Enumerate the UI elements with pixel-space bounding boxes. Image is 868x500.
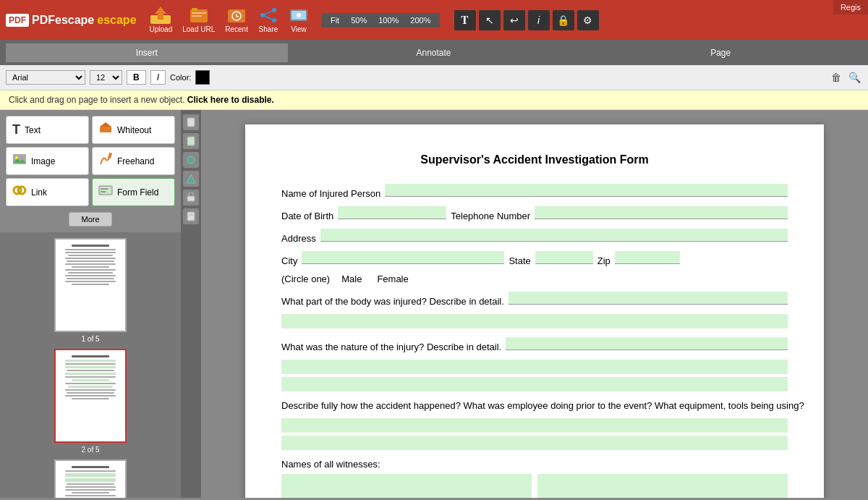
fit-button[interactable]: Fit <box>326 14 344 26</box>
right-toolbar: 𝐓 ↖ ↩ i 🔒 ⚙ <box>454 10 599 30</box>
zoom-100-button[interactable]: 100% <box>374 14 403 26</box>
tool-whiteout[interactable]: Whiteout <box>92 116 175 144</box>
recent-icon <box>226 7 247 24</box>
text-cursor-button[interactable]: 𝐓 <box>454 10 476 30</box>
logo-text: PDFescape <box>32 14 94 27</box>
tool-freehand[interactable]: Freehand <box>92 147 175 175</box>
search-properties-button[interactable]: 🔍 <box>847 70 862 85</box>
bold-button[interactable]: B <box>127 70 146 85</box>
top-bar: PDF PDFescape escape Upload Load URL Rec… <box>0 0 868 40</box>
field-address[interactable] <box>320 229 788 242</box>
svg-rect-4 <box>192 12 206 14</box>
notification-link[interactable]: Click here to disable. <box>187 95 274 105</box>
field-city[interactable] <box>302 251 504 264</box>
page-icon-4[interactable] <box>183 171 199 187</box>
notification-text: Click and drag on page to insert a new o… <box>9 95 184 105</box>
load-url-button[interactable]: Load URL <box>178 4 219 36</box>
tool-text[interactable]: T Text <box>6 116 89 144</box>
settings-button[interactable]: ⚙ <box>577 10 599 30</box>
label-female: Female <box>377 274 408 284</box>
label-circle-one: (Circle one) <box>281 274 330 284</box>
tab-annotate[interactable]: Annotate <box>293 43 576 62</box>
notification-bar: Click and drag on page to insert a new o… <box>0 90 868 110</box>
view-label: View <box>291 25 307 33</box>
right-icons-panel <box>181 110 201 498</box>
tab-page[interactable]: Page <box>579 43 862 62</box>
recent-button[interactable]: Recent <box>221 4 252 36</box>
field-telephone[interactable] <box>535 206 788 219</box>
label-dob: Date of Birth <box>281 211 333 221</box>
zoom-50-button[interactable]: 50% <box>346 14 371 26</box>
tool-formfield[interactable]: Form Field <box>92 178 175 206</box>
load-url-label: Load URL <box>182 25 215 33</box>
undo-button[interactable]: ↩ <box>503 10 525 30</box>
field-zip[interactable] <box>615 251 680 264</box>
page-icon-6[interactable] <box>183 208 199 224</box>
thumb-img-2 <box>54 349 127 443</box>
link-tool-label: Link <box>31 187 47 198</box>
label-male: Male <box>341 274 362 284</box>
field-dob[interactable] <box>338 206 446 219</box>
whiteout-tool-icon <box>98 121 113 139</box>
tool-image[interactable]: Image <box>6 147 89 175</box>
thumb-img-3 <box>54 459 127 498</box>
italic-button[interactable]: I <box>150 70 166 85</box>
thumbnail-3[interactable]: 3 of 5 <box>54 459 127 498</box>
page-icon-3[interactable] <box>183 152 199 168</box>
upload-button[interactable]: Upload <box>145 4 177 36</box>
delete-button[interactable]: 🗑 <box>830 70 843 85</box>
whiteout-tool-label: Whiteout <box>117 125 151 135</box>
color-label: Color: <box>170 73 191 82</box>
form-title: Supervisor's Accident Investigation Form <box>281 153 788 166</box>
freehand-tool-label: Freehand <box>117 156 154 166</box>
lock-button[interactable]: 🔒 <box>553 10 574 30</box>
witness-field-1[interactable] <box>281 474 532 498</box>
svg-point-17 <box>297 13 301 17</box>
field-nature-q-2[interactable] <box>281 360 788 374</box>
field-nature-q-3[interactable] <box>281 377 788 391</box>
left-panel: T Text Whiteout Image Freehand <box>0 110 181 498</box>
thumb-img-1 <box>54 238 127 332</box>
page-icon-5[interactable] <box>183 190 199 205</box>
file-toolbar: Upload Load URL Recent Share View <box>145 4 313 36</box>
font-size-select[interactable]: 12 <box>90 70 122 85</box>
field-how-q-2[interactable] <box>281 436 788 450</box>
more-button[interactable]: More <box>69 212 111 226</box>
field-body-q-1[interactable] <box>509 292 788 305</box>
form-section-how: Describe fully how the accident happened… <box>281 400 788 450</box>
load-url-icon <box>189 7 209 24</box>
field-body-q-2[interactable] <box>281 314 788 329</box>
pdf-area[interactable]: Supervisor's Accident Investigation Form… <box>201 110 868 498</box>
svg-rect-28 <box>187 118 195 127</box>
gear-icon: ⚙ <box>583 14 592 26</box>
color-swatch[interactable] <box>195 70 210 85</box>
form-section-nature: What was the nature of the injury? Descr… <box>281 337 788 391</box>
thumbnail-1[interactable]: 1 of 5 <box>54 238 127 343</box>
share-label: Share <box>259 25 278 33</box>
svg-point-30 <box>187 156 195 164</box>
font-select[interactable]: Arial <box>6 70 85 85</box>
witness-field-2[interactable] <box>537 474 788 498</box>
info-button[interactable]: i <box>528 10 550 30</box>
pointer-button[interactable]: ↖ <box>479 10 501 30</box>
tab-insert[interactable]: Insert <box>6 43 289 62</box>
form-row-city-state-zip: City State Zip <box>281 251 788 266</box>
page-icon-1[interactable] <box>183 114 199 130</box>
field-how-q-1[interactable] <box>281 418 788 433</box>
field-nature-q-1[interactable] <box>506 337 788 350</box>
form-row-nature-q: What was the nature of the injury? Descr… <box>281 337 788 352</box>
page-icon-2[interactable] <box>183 133 199 149</box>
field-name[interactable] <box>385 184 788 197</box>
field-state[interactable] <box>535 251 593 264</box>
tool-link[interactable]: Link <box>6 178 89 206</box>
zoom-200-button[interactable]: 200% <box>406 14 435 26</box>
share-button[interactable]: Share <box>254 4 283 36</box>
label-how-q: Describe fully how the accident happened… <box>281 400 804 411</box>
register-button[interactable]: Regis <box>833 0 868 14</box>
thumbnail-2[interactable]: 2 of 5 <box>54 349 127 454</box>
search-icon: 🔍 <box>848 72 861 83</box>
thumb-2-label: 2 of 5 <box>81 446 99 454</box>
form-row-body-q: What part of the body was injured? Descr… <box>281 292 788 307</box>
view-button[interactable]: View <box>284 4 313 36</box>
zoom-controls: Fit 50% 100% 200% <box>322 13 440 27</box>
